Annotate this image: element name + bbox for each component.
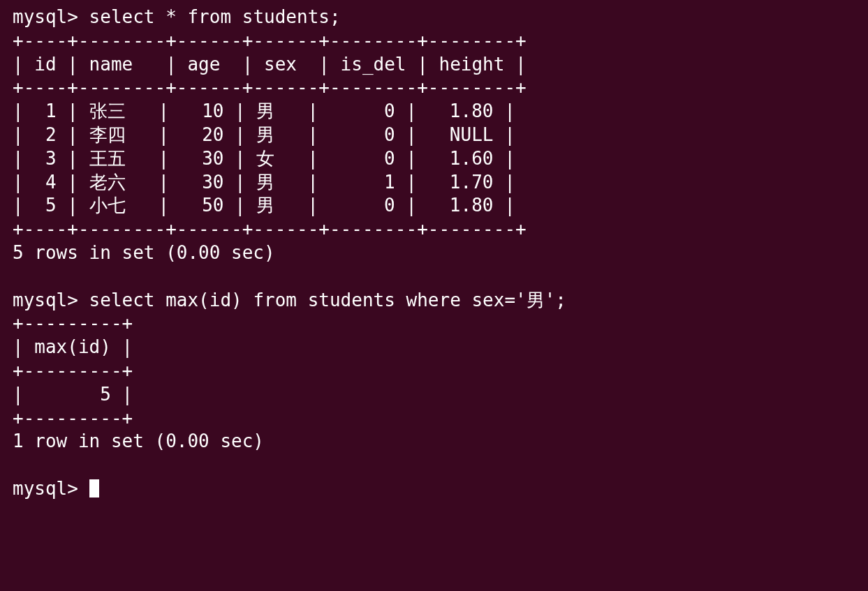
mysql-prompt: mysql>	[13, 478, 89, 499]
mysql-prompt: mysql>	[13, 290, 89, 311]
query2-border-top: +---------+	[13, 313, 133, 334]
query1-sql: select * from students;	[89, 6, 341, 27]
query2-header-row: | max(id) |	[13, 336, 133, 357]
query1-border-bot: +----+--------+------+------+--------+--…	[13, 218, 527, 239]
cursor-icon	[89, 479, 99, 498]
query1-status: 5 rows in set (0.00 sec)	[13, 242, 275, 263]
query1-header-row: | id | name | age | sex | is_del | heigh…	[13, 54, 527, 75]
query1-row-2: | 2 | 李四 | 20 | 男 | 0 | NULL |	[13, 124, 515, 145]
query2-row-1: | 5 |	[13, 384, 133, 405]
query2-status: 1 row in set (0.00 sec)	[13, 431, 264, 451]
query1-row-1: | 1 | 张三 | 10 | 男 | 0 | 1.80 |	[13, 100, 515, 121]
terminal-window[interactable]: mysql> select * from students; +----+---…	[0, 0, 868, 591]
query1-row-4: | 4 | 老六 | 30 | 男 | 1 | 1.70 |	[13, 172, 515, 193]
query1-border-top: +----+--------+------+------+--------+--…	[13, 30, 527, 51]
query1-border-mid: +----+--------+------+------+--------+--…	[13, 77, 527, 98]
query2-border-bot: +---------+	[13, 407, 133, 428]
query1-row-5: | 5 | 小七 | 50 | 男 | 0 | 1.80 |	[13, 195, 515, 216]
query1-row-3: | 3 | 王五 | 30 | 女 | 0 | 1.60 |	[13, 148, 515, 169]
query2-border-mid: +---------+	[13, 360, 133, 381]
query2-sql: select max(id) from students where sex='…	[89, 290, 566, 311]
mysql-prompt: mysql>	[13, 6, 89, 27]
